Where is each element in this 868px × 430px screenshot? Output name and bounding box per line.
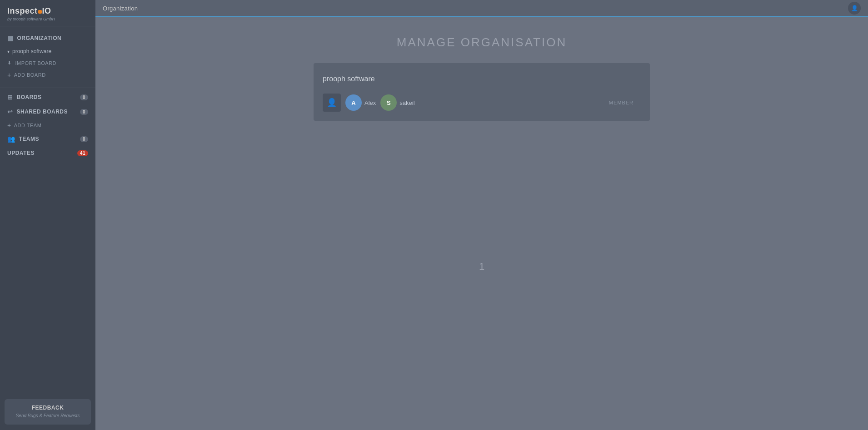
divider-1: [0, 88, 95, 88]
sidebar-org-section: ▦ ORGANIZATION ▾ prooph software ⬇ IMPOR…: [0, 26, 95, 86]
add-board-button[interactable]: + ADD BOARD: [0, 69, 95, 81]
org-name-input[interactable]: [323, 72, 641, 86]
add-team-button[interactable]: + ADD TEAM: [0, 119, 95, 132]
org-card: 👤 A Alex S sakeil MEMBER: [314, 63, 650, 121]
topbar: Organization 👤: [95, 0, 868, 17]
sidebar-item-teams[interactable]: 👥 Teams 0: [0, 132, 95, 146]
member-alex-name: Alex: [364, 99, 376, 106]
boards-badge: 0: [80, 94, 88, 100]
main-content: Organization 👤 MANAGE ORGANISATION 👤 A A…: [95, 0, 868, 430]
feedback-subtitle: Send Bugs & Feature Requests: [10, 413, 85, 419]
teams-badge: 0: [80, 136, 88, 142]
avatar-sakeil: S: [380, 94, 397, 111]
sidebar-org-name[interactable]: ▾ prooph software: [0, 45, 95, 57]
sidebar: InspectIO by prooph software GmbH ▦ ORGA…: [0, 0, 95, 430]
shared-boards-badge: 0: [80, 109, 88, 115]
user-avatar[interactable]: 👤: [848, 2, 861, 15]
plus-icon: +: [7, 71, 11, 79]
content-area: MANAGE ORGANISATION 👤 A Alex S sakeil ME…: [95, 17, 868, 430]
org-label: ORGANIZATION: [17, 35, 62, 41]
teams-icon: 👥: [7, 135, 15, 143]
boards-icon: ⊞: [7, 94, 13, 101]
updates-badge: 41: [77, 150, 88, 156]
add-member-button[interactable]: 👤: [323, 94, 341, 112]
page-title: MANAGE ORGANISATION: [397, 35, 567, 49]
sidebar-item-shared-boards[interactable]: ↩ Shared Boards 0: [0, 104, 95, 119]
import-board-button[interactable]: ⬇ IMPORT BOARD: [0, 57, 95, 69]
member-sakeil[interactable]: S sakeil: [380, 94, 414, 111]
person-add-icon: 👤: [327, 98, 337, 108]
page-number: 1: [479, 261, 484, 272]
member-alex[interactable]: A Alex: [345, 94, 376, 111]
member-section: 👤 A Alex S sakeil MEMBER: [323, 94, 641, 112]
sidebar-item-boards[interactable]: ⊞ Boards 0: [0, 90, 95, 104]
topbar-title: Organization: [103, 5, 138, 12]
logo-subtitle: by prooph software GmbH: [7, 17, 88, 21]
shared-boards-icon: ↩: [7, 108, 13, 115]
feedback-box[interactable]: FEEDBACK Send Bugs & Feature Requests: [5, 399, 91, 425]
logo-title: InspectIO: [7, 6, 88, 16]
feedback-title: FEEDBACK: [10, 405, 85, 411]
sidebar-item-updates[interactable]: Updates 41: [0, 146, 95, 160]
org-name: prooph software: [12, 48, 51, 54]
download-icon: ⬇: [7, 60, 12, 66]
topbar-right: 👤: [848, 2, 861, 15]
chevron-down-icon: ▾: [7, 49, 10, 54]
plus-icon-team: +: [7, 122, 11, 129]
member-sakeil-name: sakeil: [399, 99, 414, 106]
logo: InspectIO by prooph software GmbH: [0, 0, 95, 26]
organization-icon: ▦: [7, 35, 14, 42]
sidebar-item-organization[interactable]: ▦ ORGANIZATION: [0, 31, 95, 45]
member-label: MEMBER: [609, 100, 634, 105]
avatar-alex: A: [345, 94, 362, 111]
